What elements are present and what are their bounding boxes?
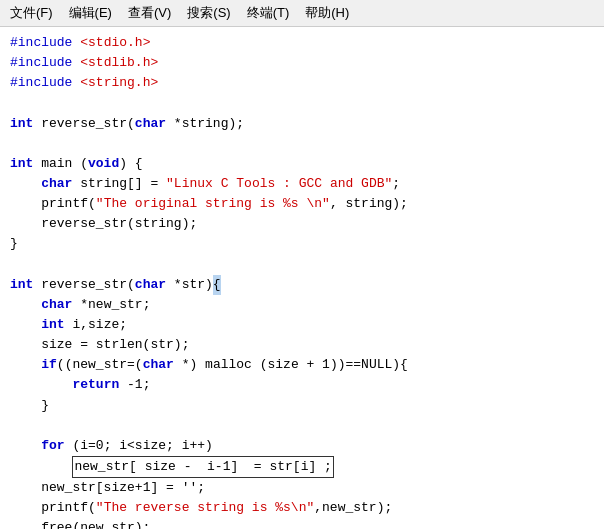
code-line-blank1 [10,93,594,113]
code-line-22: new_str[ size - i-1] = str[i] ; [10,456,594,478]
code-line-18: return -1; [10,375,594,395]
code-line-7: int main (void) { [10,154,594,174]
code-line-14: char *new_str; [10,295,594,315]
menu-view[interactable]: 查看(V) [122,2,177,24]
code-line-1: #include <stdio.h> [10,33,594,53]
code-line-19: } [10,396,594,416]
menu-help[interactable]: 帮助(H) [299,2,355,24]
code-line-25: free(new_str); [10,518,594,529]
menu-search[interactable]: 搜索(S) [181,2,236,24]
code-line-blank4 [10,416,594,436]
code-line-21: for (i=0; i<size; i++) [10,436,594,456]
code-line-blank3 [10,255,594,275]
code-line-blank2 [10,134,594,154]
code-line-2: #include <stdlib.h> [10,53,594,73]
code-line-8: char string[] = "Linux C Tools : GCC and… [10,174,594,194]
code-line-5: int reverse_str(char *string); [10,114,594,134]
code-line-3: #include <string.h> [10,73,594,93]
code-line-17: if((new_str=(char *) malloc (size + 1))=… [10,355,594,375]
code-line-24: printf("The reverse string is %s\n",new_… [10,498,594,518]
code-line-16: size = strlen(str); [10,335,594,355]
code-editor: #include <stdio.h> #include <stdlib.h> #… [0,27,604,529]
menu-file[interactable]: 文件(F) [4,2,59,24]
code-line-10: reverse_str(string); [10,214,594,234]
code-line-23: new_str[size+1] = ''; [10,478,594,498]
code-line-13: int reverse_str(char *str){ [10,275,594,295]
code-line-11: } [10,234,594,254]
menu-edit[interactable]: 编辑(E) [63,2,118,24]
menubar: 文件(F) 编辑(E) 查看(V) 搜索(S) 终端(T) 帮助(H) [0,0,604,27]
code-line-15: int i,size; [10,315,594,335]
code-line-9: printf("The original string is %s \n", s… [10,194,594,214]
menu-terminal[interactable]: 终端(T) [241,2,296,24]
